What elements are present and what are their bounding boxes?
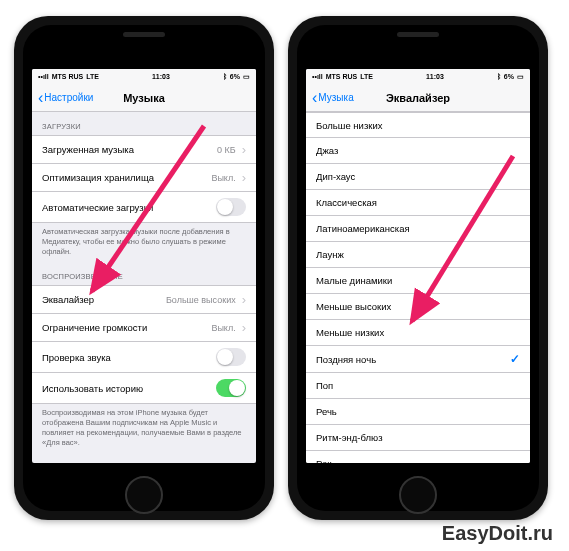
section-home-header: ДОМАШНЯЯ КОЛЛЕКЦИЯ: [32, 453, 256, 463]
battery-pct: 6%: [504, 73, 514, 80]
toggle-auto-downloads[interactable]: [216, 198, 246, 216]
eq-option[interactable]: Ритм-энд-блюз: [306, 425, 530, 451]
row-label: Ограничение громкости: [42, 322, 147, 333]
eq-option-label: Речь: [316, 406, 337, 417]
row-label: Автоматические загрузки: [42, 202, 153, 213]
eq-option-label: Дип-хаус: [316, 171, 355, 182]
phone-speaker: [123, 32, 165, 37]
eq-option-label: Больше низких: [316, 120, 382, 131]
equalizer-list: Больше низкихДжазДип-хаусКлассическаяЛат…: [306, 112, 530, 463]
auto-downloads-footer: Автоматическая загрузка музыки после доб…: [32, 223, 256, 262]
toggle-sound-check[interactable]: [216, 348, 246, 366]
eq-option[interactable]: Классическая: [306, 190, 530, 216]
phone-left: ••ıll MTS RUS LTE 11:03 ᛒ 6% ▭ Настройки: [14, 16, 274, 520]
row-auto-downloads[interactable]: Автоматические загрузки: [32, 192, 256, 223]
eq-option[interactable]: Малые динамики: [306, 268, 530, 294]
row-label: Загруженная музыка: [42, 144, 134, 155]
battery-pct: 6%: [230, 73, 240, 80]
eq-option[interactable]: Поздняя ночь: [306, 346, 530, 373]
screen-equalizer: ••ıll MTS RUS LTE 11:03 ᛒ 6% ▭ Музыка: [306, 69, 530, 463]
status-time: 11:03: [152, 73, 170, 80]
eq-option-label: Поп: [316, 380, 333, 391]
eq-option-label: Джаз: [316, 145, 338, 156]
row-storage-optimization[interactable]: Оптимизация хранилища Выкл.: [32, 164, 256, 192]
row-label: Эквалайзер: [42, 294, 94, 305]
phone-speaker: [397, 32, 439, 37]
phone-right: ••ıll MTS RUS LTE 11:03 ᛒ 6% ▭ Музыка: [288, 16, 548, 520]
nav-title: Музыка: [123, 92, 165, 104]
eq-option-label: Меньше низких: [316, 327, 384, 338]
row-value: Выкл.: [211, 320, 246, 335]
eq-option-label: Лаунж: [316, 249, 344, 260]
signal-icon: ••ıll: [38, 73, 49, 80]
eq-option[interactable]: Речь: [306, 399, 530, 425]
row-value: Выкл.: [211, 170, 246, 185]
eq-option[interactable]: Лаунж: [306, 242, 530, 268]
row-use-history[interactable]: Использовать историю: [32, 373, 256, 404]
status-bar: ••ıll MTS RUS LTE 11:03 ᛒ 6% ▭: [32, 69, 256, 84]
signal-icon: ••ıll: [312, 73, 323, 80]
eq-option[interactable]: Латиноамериканская: [306, 216, 530, 242]
nav-bar: Настройки Музыка: [32, 84, 256, 112]
row-value: 0 КБ: [217, 142, 246, 157]
toggle-use-history[interactable]: [216, 379, 246, 397]
eq-option-label: Малые динамики: [316, 275, 392, 286]
battery-icon: ▭: [243, 73, 250, 81]
back-label: Музыка: [318, 92, 353, 103]
eq-option[interactable]: Меньше высоких: [306, 294, 530, 320]
back-label: Настройки: [44, 92, 93, 103]
row-downloaded-music[interactable]: Загруженная музыка 0 КБ: [32, 135, 256, 164]
eq-option[interactable]: Джаз: [306, 138, 530, 164]
network-label: LTE: [86, 73, 99, 80]
history-footer: Воспроизводимая на этом iPhone музыка бу…: [32, 404, 256, 453]
carrier-label: MTS RUS: [326, 73, 358, 80]
row-label: Оптимизация хранилища: [42, 172, 154, 183]
back-button[interactable]: Музыка: [312, 92, 354, 103]
row-value: Больше высоких: [166, 292, 246, 307]
eq-option-label: Латиноамериканская: [316, 223, 410, 234]
section-downloads-header: ЗАГРУЗКИ: [32, 112, 256, 135]
eq-option-label: Меньше высоких: [316, 301, 391, 312]
section-playback-header: ВОСПРОИЗВЕДЕНИЕ: [32, 262, 256, 285]
status-bar: ••ıll MTS RUS LTE 11:03 ᛒ 6% ▭: [306, 69, 530, 84]
bluetooth-icon: ᛒ: [497, 73, 501, 80]
back-button[interactable]: Настройки: [38, 92, 93, 103]
eq-option[interactable]: Меньше низких: [306, 320, 530, 346]
nav-bar: Музыка Эквалайзер: [306, 84, 530, 112]
network-label: LTE: [360, 73, 373, 80]
row-sound-check[interactable]: Проверка звука: [32, 342, 256, 373]
carrier-label: MTS RUS: [52, 73, 84, 80]
watermark: EasyDoit.ru: [442, 522, 553, 545]
eq-option-label: Классическая: [316, 197, 377, 208]
home-button[interactable]: [125, 476, 163, 514]
eq-option[interactable]: Больше низких: [306, 112, 530, 138]
row-volume-limit[interactable]: Ограничение громкости Выкл.: [32, 314, 256, 342]
eq-option-label: Рок: [316, 458, 331, 463]
screen-music-settings: ••ıll MTS RUS LTE 11:03 ᛒ 6% ▭ Настройки: [32, 69, 256, 463]
row-equalizer[interactable]: Эквалайзер Больше высоких: [32, 285, 256, 314]
battery-icon: ▭: [517, 73, 524, 81]
bluetooth-icon: ᛒ: [223, 73, 227, 80]
row-label: Проверка звука: [42, 352, 111, 363]
eq-option-label: Поздняя ночь: [316, 354, 376, 365]
row-label: Использовать историю: [42, 383, 143, 394]
status-time: 11:03: [426, 73, 444, 80]
nav-title: Эквалайзер: [386, 92, 450, 104]
eq-option[interactable]: Рок: [306, 451, 530, 463]
eq-option[interactable]: Дип-хаус: [306, 164, 530, 190]
home-button[interactable]: [399, 476, 437, 514]
eq-option-label: Ритм-энд-блюз: [316, 432, 383, 443]
checkmark-icon: [510, 352, 520, 366]
eq-option[interactable]: Поп: [306, 373, 530, 399]
